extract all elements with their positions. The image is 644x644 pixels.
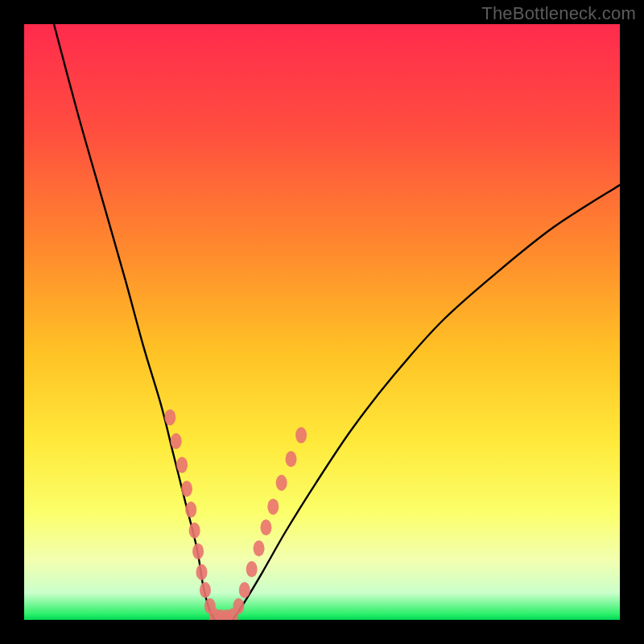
marker-dot xyxy=(295,427,307,444)
marker-dot xyxy=(254,540,265,556)
marker-dot xyxy=(276,475,287,491)
watermark-text: TheBottleneck.com xyxy=(481,3,636,24)
chart-svg xyxy=(24,24,620,620)
marker-dot xyxy=(192,543,204,559)
marker-dot xyxy=(164,409,175,425)
marker-dot xyxy=(176,457,188,473)
marker-dot xyxy=(189,522,200,539)
plot-area xyxy=(24,24,620,620)
marker-dot xyxy=(200,582,211,598)
marker-dot xyxy=(239,582,250,598)
marker-dot xyxy=(185,502,196,518)
chart-frame: TheBottleneck.com xyxy=(0,0,644,644)
gradient-background xyxy=(24,24,620,620)
marker-dot xyxy=(196,564,208,580)
marker-dot xyxy=(260,519,271,535)
marker-dot xyxy=(286,451,297,467)
marker-dot xyxy=(171,433,182,449)
marker-dot xyxy=(181,481,192,497)
marker-dot xyxy=(267,498,279,514)
marker-dot xyxy=(246,561,258,577)
